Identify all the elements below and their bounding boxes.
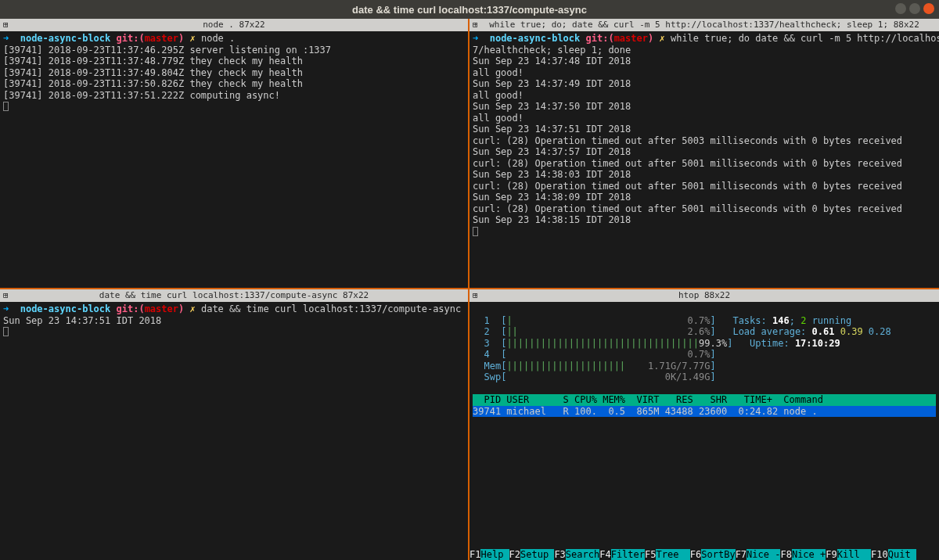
fkey-action[interactable]: Tree — [656, 549, 689, 560]
pane-htop[interactable]: ⊞ htop 88x22 1 [| 0.7%] Tasks: 146; 2 ru… — [470, 289, 939, 560]
pane-title: ⊞ date && time curl localhost:1337/compu… — [0, 289, 468, 302]
fkey-action[interactable]: Quit — [888, 549, 916, 560]
fkey-action[interactable]: Search — [566, 549, 599, 560]
fkey-action[interactable]: Setup — [520, 549, 554, 560]
pane-title: ⊞ htop 88x22 — [470, 289, 939, 302]
fkey-action[interactable]: Help — [480, 549, 509, 560]
fkey-label: F6 — [690, 549, 701, 560]
tmux-grid: ⊞ node . 87x22 ➜ node-async-block git:(m… — [0, 19, 939, 560]
pane-healthcheck[interactable]: ⊞ while true; do; date && curl -m 5 http… — [470, 19, 939, 289]
minimize-button[interactable] — [895, 3, 906, 14]
pane-title: ⊞ node . 87x22 — [0, 19, 468, 31]
window-title: date && time curl localhost:1337/compute… — [352, 4, 587, 16]
close-button[interactable] — [923, 3, 934, 14]
pane-node[interactable]: ⊞ node . 87x22 ➜ node-async-block git:(m… — [0, 19, 470, 289]
fkey-action[interactable]: Nice + — [792, 549, 826, 560]
fkey-label: F8 — [780, 549, 791, 560]
fkey-label: F7 — [736, 549, 747, 560]
fkey-label: F10 — [871, 549, 888, 560]
fkey-action[interactable]: Kill — [837, 549, 871, 560]
htop-fkeys: F1Help F2Setup F3SearchF4FilterF5Tree F6… — [470, 549, 916, 560]
fkey-label: F4 — [599, 549, 610, 560]
fkey-action[interactable]: Nice - — [747, 549, 780, 560]
terminal-output[interactable]: ➜ node-async-block git:(master) ✗ date &… — [0, 302, 468, 560]
terminal-output[interactable]: ➜ node-async-block git:(master) ✗ while … — [470, 31, 939, 288]
fkey-label: F2 — [509, 549, 520, 560]
fkey-label: F1 — [470, 549, 480, 560]
window-controls — [895, 3, 934, 14]
pane-corner-icon: ⊞ — [473, 289, 478, 302]
pane-corner-icon: ⊞ — [473, 19, 478, 31]
htop-process-row[interactable]: 39741 michael R 100. 0.5 865M 43488 2360… — [473, 406, 936, 418]
pane-compute-async[interactable]: ⊞ date && time curl localhost:1337/compu… — [0, 289, 470, 560]
fkey-action[interactable]: SortBy — [701, 549, 735, 560]
pane-corner-icon: ⊞ — [3, 19, 9, 31]
fkey-label: F3 — [554, 549, 565, 560]
terminal-output[interactable]: ➜ node-async-block git:(master) ✗ node .… — [0, 31, 468, 288]
window-titlebar: date && time curl localhost:1337/compute… — [0, 0, 939, 19]
fkey-label: F5 — [645, 549, 656, 560]
htop-header[interactable]: PID USER S CPU% MEM% VIRT RES SHR TIME+ … — [473, 394, 936, 406]
pane-title: ⊞ while true; do; date && curl -m 5 http… — [470, 19, 939, 31]
htop-output[interactable]: 1 [| 0.7%] Tasks: 146; 2 running 2 [|| 2… — [470, 302, 939, 560]
fkey-action[interactable]: Filter — [611, 549, 645, 560]
fkey-label: F9 — [826, 549, 836, 560]
maximize-button[interactable] — [909, 3, 920, 14]
pane-corner-icon: ⊞ — [3, 289, 9, 302]
